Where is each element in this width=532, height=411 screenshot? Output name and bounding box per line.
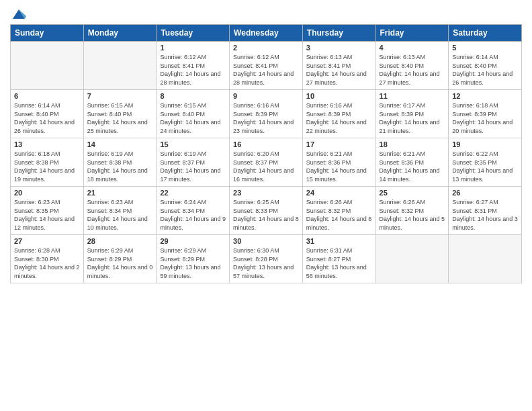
day-header: Saturday <box>449 25 522 42</box>
calendar-cell: 19Sunrise: 6:22 AM Sunset: 8:35 PM Dayli… <box>449 138 522 187</box>
day-number: 22 <box>160 189 226 197</box>
day-number: 1 <box>160 44 226 52</box>
calendar-cell: 23Sunrise: 6:25 AM Sunset: 8:33 PM Dayli… <box>230 187 303 235</box>
day-info: Sunrise: 6:31 AM Sunset: 8:27 PM Dayligh… <box>306 246 372 280</box>
day-info: Sunrise: 6:23 AM Sunset: 8:35 PM Dayligh… <box>14 198 80 232</box>
day-number: 17 <box>306 140 372 148</box>
day-number: 7 <box>87 92 153 100</box>
day-info: Sunrise: 6:18 AM Sunset: 8:38 PM Dayligh… <box>14 150 80 183</box>
day-info: Sunrise: 6:16 AM Sunset: 8:39 PM Dayligh… <box>233 101 299 135</box>
day-number: 3 <box>306 44 372 52</box>
calendar-cell <box>375 235 449 283</box>
day-info: Sunrise: 6:30 AM Sunset: 8:28 PM Dayligh… <box>233 246 299 280</box>
day-info: Sunrise: 6:22 AM Sunset: 8:35 PM Dayligh… <box>452 150 518 183</box>
day-info: Sunrise: 6:15 AM Sunset: 8:40 PM Dayligh… <box>87 101 153 135</box>
week-row: 6Sunrise: 6:14 AM Sunset: 8:40 PM Daylig… <box>11 90 522 138</box>
day-header: Thursday <box>302 25 375 42</box>
day-number: 24 <box>306 189 372 197</box>
day-info: Sunrise: 6:26 AM Sunset: 8:32 PM Dayligh… <box>380 198 445 232</box>
day-number: 5 <box>452 44 518 52</box>
week-row: 27Sunrise: 6:28 AM Sunset: 8:30 PM Dayli… <box>11 235 522 283</box>
calendar-cell: 20Sunrise: 6:23 AM Sunset: 8:35 PM Dayli… <box>11 187 84 235</box>
day-number: 12 <box>452 92 518 100</box>
calendar-table: SundayMondayTuesdayWednesdayThursdayFrid… <box>10 24 522 283</box>
day-number: 19 <box>452 140 518 148</box>
calendar-cell: 10Sunrise: 6:16 AM Sunset: 8:39 PM Dayli… <box>302 90 375 138</box>
day-info: Sunrise: 6:19 AM Sunset: 8:38 PM Dayligh… <box>87 150 153 183</box>
day-number: 8 <box>160 92 226 100</box>
day-number: 25 <box>380 189 445 197</box>
calendar-cell: 6Sunrise: 6:14 AM Sunset: 8:40 PM Daylig… <box>11 90 84 138</box>
day-info: Sunrise: 6:19 AM Sunset: 8:37 PM Dayligh… <box>160 150 226 183</box>
day-header: Friday <box>375 25 449 42</box>
week-row: 20Sunrise: 6:23 AM Sunset: 8:35 PM Dayli… <box>11 187 522 235</box>
calendar-cell: 28Sunrise: 6:29 AM Sunset: 8:29 PM Dayli… <box>83 235 157 283</box>
day-number: 13 <box>14 140 80 148</box>
calendar-cell: 29Sunrise: 6:29 AM Sunset: 8:29 PM Dayli… <box>157 235 230 283</box>
calendar-cell: 7Sunrise: 6:15 AM Sunset: 8:40 PM Daylig… <box>83 90 157 138</box>
day-info: Sunrise: 6:29 AM Sunset: 8:29 PM Dayligh… <box>87 246 153 280</box>
day-number: 20 <box>14 189 80 197</box>
logo-icon <box>11 7 26 21</box>
calendar-cell: 11Sunrise: 6:17 AM Sunset: 8:39 PM Dayli… <box>375 90 449 138</box>
calendar-cell: 21Sunrise: 6:23 AM Sunset: 8:34 PM Dayli… <box>83 187 157 235</box>
day-info: Sunrise: 6:23 AM Sunset: 8:34 PM Dayligh… <box>87 198 153 232</box>
day-number: 9 <box>233 92 299 100</box>
calendar-cell: 27Sunrise: 6:28 AM Sunset: 8:30 PM Dayli… <box>11 235 84 283</box>
day-info: Sunrise: 6:29 AM Sunset: 8:29 PM Dayligh… <box>160 246 226 280</box>
day-info: Sunrise: 6:20 AM Sunset: 8:37 PM Dayligh… <box>233 150 299 183</box>
calendar-cell: 30Sunrise: 6:30 AM Sunset: 8:28 PM Dayli… <box>230 235 303 283</box>
day-number: 4 <box>380 44 445 52</box>
calendar-cell: 15Sunrise: 6:19 AM Sunset: 8:37 PM Dayli… <box>157 138 230 187</box>
day-info: Sunrise: 6:18 AM Sunset: 8:39 PM Dayligh… <box>452 101 518 135</box>
header <box>10 7 522 19</box>
day-info: Sunrise: 6:13 AM Sunset: 8:40 PM Dayligh… <box>380 53 445 87</box>
day-info: Sunrise: 6:14 AM Sunset: 8:40 PM Dayligh… <box>14 101 80 135</box>
day-info: Sunrise: 6:21 AM Sunset: 8:36 PM Dayligh… <box>380 150 445 183</box>
day-header: Tuesday <box>157 25 230 42</box>
week-row: 13Sunrise: 6:18 AM Sunset: 8:38 PM Dayli… <box>11 138 522 187</box>
day-info: Sunrise: 6:21 AM Sunset: 8:36 PM Dayligh… <box>306 150 372 183</box>
day-info: Sunrise: 6:12 AM Sunset: 8:41 PM Dayligh… <box>160 53 226 87</box>
day-number: 21 <box>87 189 153 197</box>
calendar-cell: 25Sunrise: 6:26 AM Sunset: 8:32 PM Dayli… <box>375 187 449 235</box>
day-info: Sunrise: 6:12 AM Sunset: 8:41 PM Dayligh… <box>233 53 299 87</box>
calendar-cell: 5Sunrise: 6:14 AM Sunset: 8:40 PM Daylig… <box>449 42 522 90</box>
day-info: Sunrise: 6:15 AM Sunset: 8:40 PM Dayligh… <box>160 101 226 135</box>
calendar-cell <box>83 42 157 90</box>
day-info: Sunrise: 6:25 AM Sunset: 8:33 PM Dayligh… <box>233 198 299 232</box>
calendar-cell: 2Sunrise: 6:12 AM Sunset: 8:41 PM Daylig… <box>230 42 303 90</box>
day-header: Sunday <box>11 25 84 42</box>
calendar-cell: 4Sunrise: 6:13 AM Sunset: 8:40 PM Daylig… <box>375 42 449 90</box>
calendar-cell <box>11 42 84 90</box>
calendar-cell: 3Sunrise: 6:13 AM Sunset: 8:41 PM Daylig… <box>302 42 375 90</box>
calendar-cell: 9Sunrise: 6:16 AM Sunset: 8:39 PM Daylig… <box>230 90 303 138</box>
day-number: 15 <box>160 140 226 148</box>
calendar-cell: 14Sunrise: 6:19 AM Sunset: 8:38 PM Dayli… <box>83 138 157 187</box>
day-number: 23 <box>233 189 299 197</box>
day-info: Sunrise: 6:13 AM Sunset: 8:41 PM Dayligh… <box>306 53 372 87</box>
calendar-cell: 24Sunrise: 6:26 AM Sunset: 8:32 PM Dayli… <box>302 187 375 235</box>
days-header-row: SundayMondayTuesdayWednesdayThursdayFrid… <box>11 25 522 42</box>
calendar-cell <box>449 235 522 283</box>
calendar-cell: 18Sunrise: 6:21 AM Sunset: 8:36 PM Dayli… <box>375 138 449 187</box>
day-number: 30 <box>233 237 299 245</box>
calendar-cell: 31Sunrise: 6:31 AM Sunset: 8:27 PM Dayli… <box>302 235 375 283</box>
logo <box>10 7 26 19</box>
day-number: 29 <box>160 237 226 245</box>
day-info: Sunrise: 6:16 AM Sunset: 8:39 PM Dayligh… <box>306 101 372 135</box>
calendar-cell: 12Sunrise: 6:18 AM Sunset: 8:39 PM Dayli… <box>449 90 522 138</box>
calendar-page: SundayMondayTuesdayWednesdayThursdayFrid… <box>0 0 532 411</box>
day-number: 27 <box>14 237 80 245</box>
calendar-cell: 17Sunrise: 6:21 AM Sunset: 8:36 PM Dayli… <box>302 138 375 187</box>
day-number: 18 <box>380 140 445 148</box>
day-header: Wednesday <box>230 25 303 42</box>
day-info: Sunrise: 6:27 AM Sunset: 8:31 PM Dayligh… <box>452 198 518 232</box>
day-number: 31 <box>306 237 372 245</box>
day-info: Sunrise: 6:17 AM Sunset: 8:39 PM Dayligh… <box>380 101 445 135</box>
calendar-cell: 8Sunrise: 6:15 AM Sunset: 8:40 PM Daylig… <box>157 90 230 138</box>
week-row: 1Sunrise: 6:12 AM Sunset: 8:41 PM Daylig… <box>11 42 522 90</box>
calendar-cell: 16Sunrise: 6:20 AM Sunset: 8:37 PM Dayli… <box>230 138 303 187</box>
day-info: Sunrise: 6:28 AM Sunset: 8:30 PM Dayligh… <box>14 246 80 280</box>
day-header: Monday <box>83 25 157 42</box>
